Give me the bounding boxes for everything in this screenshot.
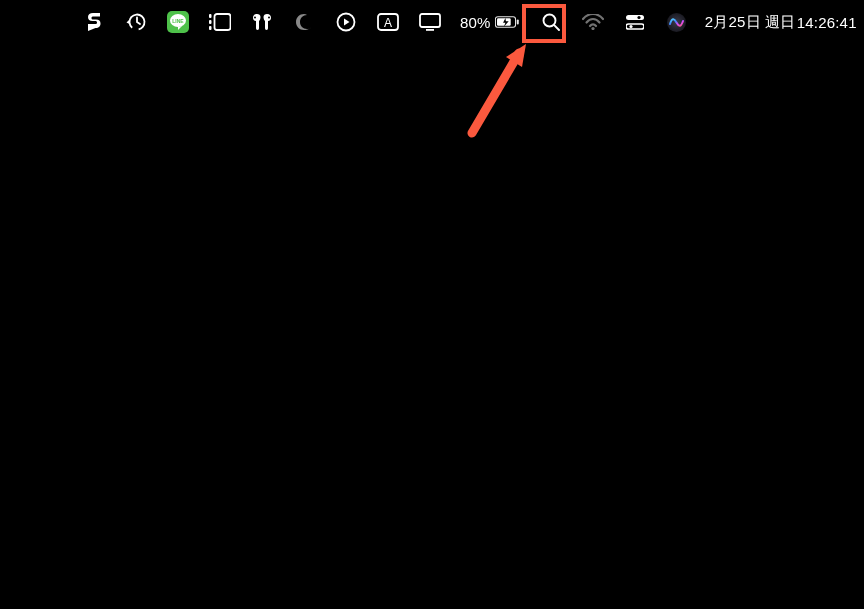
svg-point-22 <box>637 16 640 19</box>
display-icon <box>419 13 441 31</box>
splice-menu-icon[interactable] <box>82 8 106 36</box>
airpods-icon <box>252 13 272 31</box>
play-menu-icon[interactable] <box>334 8 358 36</box>
svg-rect-6 <box>209 26 212 30</box>
date-menu[interactable]: 2月25日 週日 <box>709 8 792 36</box>
input-method-icon: A <box>377 13 399 31</box>
svg-point-9 <box>268 17 270 19</box>
svg-point-20 <box>591 27 594 30</box>
svg-line-26 <box>472 53 519 133</box>
play-circle-icon <box>336 12 356 32</box>
line-menu-icon[interactable]: LINE <box>166 8 190 36</box>
wifi-menu-icon[interactable] <box>581 8 605 36</box>
battery-menu-icon[interactable]: 80% <box>460 8 519 36</box>
input-method-menu-icon[interactable]: A <box>376 8 400 36</box>
display-menu-icon[interactable] <box>418 8 442 36</box>
stagemanager-icon <box>209 13 231 31</box>
dnd-moon-icon <box>295 13 313 31</box>
svg-rect-17 <box>516 20 518 25</box>
system-menubar: LINE A <box>0 0 864 44</box>
battery-icon <box>495 15 519 29</box>
annotation-arrow <box>464 41 534 141</box>
svg-rect-7 <box>215 14 231 30</box>
svg-line-19 <box>554 25 559 30</box>
wifi-icon <box>582 14 604 30</box>
time-label: 14:26:41 <box>797 14 857 31</box>
line-icon: LINE <box>167 11 189 33</box>
spotlight-menu-icon[interactable] <box>539 8 563 36</box>
splice-icon <box>86 13 102 31</box>
svg-rect-14 <box>426 29 434 31</box>
svg-rect-23 <box>626 24 644 29</box>
time-menu[interactable]: 14:26:41 <box>799 8 854 36</box>
stagemanager-menu-icon[interactable] <box>208 8 232 36</box>
svg-point-24 <box>629 25 632 28</box>
svg-text:A: A <box>384 16 392 30</box>
control-center-icon <box>626 13 644 31</box>
svg-rect-4 <box>209 14 212 18</box>
date-label: 2月25日 週日 <box>705 13 796 32</box>
svg-rect-21 <box>626 15 644 20</box>
spotlight-search-icon <box>542 13 560 31</box>
airpods-menu-icon[interactable] <box>250 8 274 36</box>
siri-icon <box>667 13 686 32</box>
timemachine-menu-icon[interactable] <box>124 8 148 36</box>
control-center-menu-icon[interactable] <box>623 8 647 36</box>
siri-menu-icon[interactable] <box>665 8 689 36</box>
timemachine-icon <box>126 12 146 32</box>
svg-rect-5 <box>209 20 212 24</box>
battery-percent-label: 80% <box>460 14 491 31</box>
dnd-menu-icon[interactable] <box>292 8 316 36</box>
svg-point-8 <box>254 17 256 19</box>
svg-text:LINE: LINE <box>172 18 184 24</box>
svg-rect-13 <box>420 14 440 27</box>
